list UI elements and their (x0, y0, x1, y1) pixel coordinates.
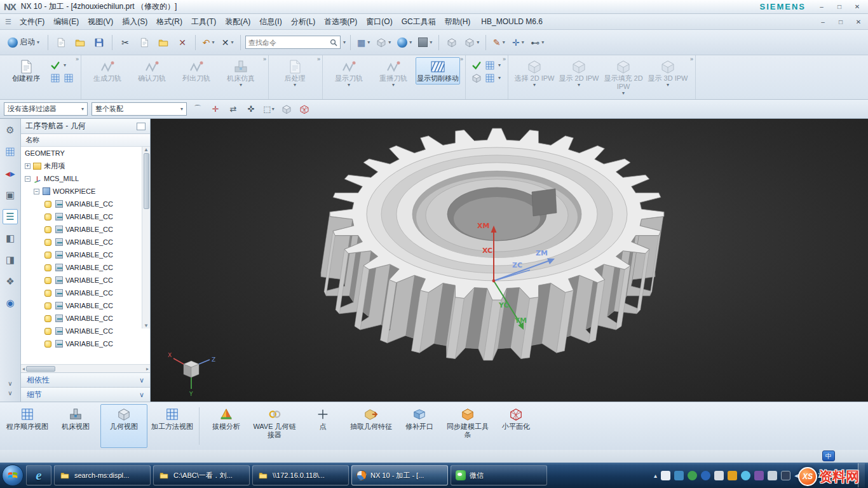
collapse-icon[interactable]: − (25, 176, 31, 182)
maximize-icon[interactable]: □ (832, 2, 846, 12)
tree-node-variable-cc[interactable]: VARIABLE_CC (21, 210, 150, 223)
tree-node-variable-cc[interactable]: VARIABLE_CC (21, 223, 150, 236)
menu-analysis[interactable]: 分析(L) (287, 15, 320, 29)
doc-minimize-icon[interactable]: – (816, 17, 830, 27)
tray-keyboard-icon[interactable] (661, 471, 670, 480)
facet-body-button[interactable]: 小平面化 (492, 404, 539, 448)
group-overflow-icon[interactable]: » (317, 56, 320, 62)
machining-feature-navigator-button[interactable]: ◧ (3, 231, 18, 246)
tray-icon-antivirus[interactable] (688, 471, 697, 480)
scroll-up-icon[interactable]: ▲ (144, 147, 149, 152)
viewport-canvas[interactable]: XM XC ZM ZC YC YM X Z Y (151, 119, 868, 402)
deselect-button[interactable]: ✜ (244, 102, 258, 116)
tree-node-geometry[interactable]: GEOMETRY (21, 147, 150, 159)
wireframe-view-button[interactable] (297, 102, 311, 116)
menu-format[interactable]: 格式(R) (152, 15, 187, 29)
part-navigator-button[interactable]: ▣ (3, 187, 18, 203)
group-overflow-icon[interactable]: » (263, 56, 266, 62)
ime-icon[interactable]: 中 (822, 451, 835, 461)
start-orb-button[interactable] (2, 464, 24, 486)
taskbar-window-network[interactable]: \\172.16.0.118\... (252, 465, 349, 485)
tree-node-unused[interactable]: +未用项 (21, 159, 150, 172)
taskbar-clock[interactable]: 2019/10/8 (813, 471, 854, 480)
draft-analysis-button[interactable]: 拔模分析 (203, 404, 250, 448)
snap-point-button[interactable]: ✛▾ (510, 34, 526, 51)
dependencies-section[interactable]: 相依性 ∨ (21, 372, 150, 387)
internet-explorer-button[interactable]: e (26, 465, 51, 485)
menu-preferences[interactable]: 首选项(P) (320, 15, 362, 29)
verify-grid2-icon[interactable] (485, 73, 495, 83)
start-menu-button[interactable]: 启动 ▾ (4, 34, 43, 51)
tree-horizontal-scrollbar[interactable]: ◂ ▸ (21, 364, 150, 372)
operation-navigator-button[interactable]: ☰ (3, 209, 18, 224)
taskbar-window-wechat[interactable]: 微信 (451, 465, 547, 485)
menu-help[interactable]: 帮助(H) (440, 15, 475, 29)
create-geometry-icon[interactable] (50, 73, 60, 83)
doc-restore-icon[interactable]: □ (834, 17, 848, 27)
cancel-button[interactable]: ✕▾ (219, 34, 236, 51)
close-icon[interactable]: ✕ (850, 2, 864, 12)
view-orient-button[interactable]: ▾ (374, 34, 393, 51)
process-assistant-button[interactable]: ◨ (3, 252, 18, 268)
tree-node-variable-cc[interactable]: VARIABLE_CC (21, 236, 150, 248)
select-add-button[interactable]: ✛ (208, 102, 222, 116)
tree-node-variable-cc[interactable]: VARIABLE_CC (21, 261, 150, 274)
group-overflow-icon[interactable]: » (460, 56, 463, 62)
verify-check-icon[interactable] (471, 60, 482, 71)
snap-magnet-button[interactable]: ⌒ (191, 102, 205, 116)
verify-grid-icon[interactable] (485, 60, 495, 71)
select-previous-button[interactable]: ⇄ (226, 102, 240, 116)
menu-view[interactable]: 视图(V) (83, 15, 118, 29)
geometry-view-button[interactable]: 几何视图 (100, 404, 147, 448)
list-toolpath-button[interactable]: 列出刀轨 (174, 57, 219, 85)
scrollbar-thumb[interactable] (26, 366, 55, 372)
scroll-down-icon[interactable]: ▼ (144, 323, 149, 329)
sketch-button[interactable]: ✎▾ (491, 34, 507, 51)
doc-close-icon[interactable]: ✕ (851, 17, 865, 27)
menu-tools[interactable]: 工具(T) (187, 15, 220, 29)
tray-expand-icon[interactable]: ▴ (654, 472, 657, 479)
verify-cube-icon[interactable] (471, 73, 482, 83)
machine-simulation-button[interactable]: 机床仿真 ▾ (219, 57, 263, 90)
reuse-library-button[interactable]: ❖ (3, 274, 18, 289)
wave-geometry-linker-button[interactable]: WAVE 几何链接器 (251, 404, 298, 448)
assembly-navigator-button[interactable] (3, 144, 18, 159)
show-filled-2d-ipw-button[interactable]: 显示填充 2D IPW ▾ (601, 57, 646, 98)
tree-node-variable-cc[interactable]: VARIABLE_CC (21, 198, 150, 210)
resource-options-button[interactable]: ⚙ (3, 123, 18, 138)
tree-node-variable-cc[interactable]: VARIABLE_CC (21, 299, 150, 312)
tray-icon-app1[interactable] (714, 471, 724, 480)
collapse-icon[interactable]: − (34, 189, 39, 194)
open-file-button[interactable] (72, 34, 88, 51)
network-bars-icon[interactable]: ▟ (804, 471, 809, 480)
render-style-button[interactable]: ▾ (395, 34, 414, 51)
constraint-navigator-button[interactable]: ◀▶ (3, 166, 18, 181)
replay-toolpath-button[interactable]: 重播刀轨 ▾ (371, 57, 416, 90)
tree-node-variable-cc[interactable]: VARIABLE_CC (21, 337, 150, 350)
tray-icon-display[interactable] (768, 471, 777, 480)
point-button[interactable]: 点 (299, 404, 346, 448)
generate-toolpath-button[interactable]: 生成刀轨 (85, 57, 130, 85)
search-caret-icon[interactable]: ▾ (343, 40, 346, 45)
extract-geometry-button[interactable]: 抽取几何特征 (348, 404, 395, 448)
tray-icon-network[interactable] (674, 471, 684, 480)
create-tool-check-icon[interactable] (50, 60, 60, 71)
new-file-button[interactable] (53, 34, 69, 51)
panel-float-icon[interactable] (137, 123, 146, 130)
tree-node-variable-cc[interactable]: VARIABLE_CC (21, 312, 150, 325)
taskbar-window-nx[interactable]: NX 10 - 加工 - [... (351, 465, 448, 485)
confirm-toolpath-button[interactable]: 确认刀轨 (130, 57, 174, 85)
cut-button[interactable]: ✂ (117, 34, 133, 51)
show-toolpath-button[interactable]: 显示刀轨 ▾ (327, 57, 371, 90)
show-3d-ipw-button[interactable]: 显示 3D IPW ▾ (646, 57, 690, 90)
paste-button[interactable] (155, 34, 172, 51)
menu-file[interactable]: 文件(F) (15, 15, 49, 29)
window-layout-button[interactable]: ▦▾ (355, 34, 372, 51)
show-cutting-moves-button[interactable]: 显示切削移动 (416, 57, 460, 85)
scroll-right-icon[interactable]: ▸ (146, 366, 149, 372)
column-header-name[interactable]: 名称 (25, 135, 39, 145)
program-order-view-button[interactable]: 程序顺序视图 (4, 404, 51, 448)
create-method-icon[interactable] (64, 73, 74, 83)
taskbar-window-abc[interactable]: C:\ABC\一看．刘... (153, 465, 250, 485)
machining-method-view-button[interactable]: 加工方法视图 (149, 404, 196, 448)
